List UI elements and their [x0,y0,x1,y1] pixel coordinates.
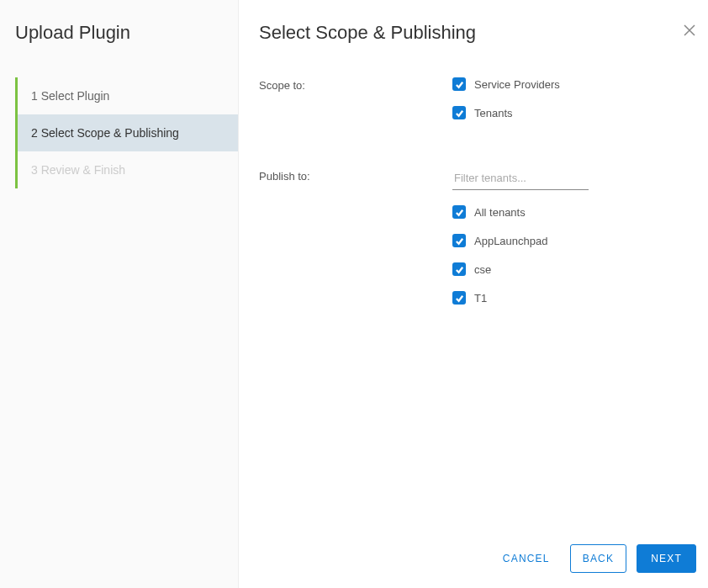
checkbox-label: AppLaunchpad [474,235,547,247]
checkbox-t1[interactable]: T1 [452,291,696,305]
next-button[interactable]: NEXT [637,544,696,573]
checkbox-label: All tenants [474,206,526,219]
step-label: 3 Review & Finish [31,163,125,177]
checkbox-applaunchpad[interactable]: AppLaunchpad [452,234,696,247]
step-label: 1 Select Plugin [31,89,109,103]
footer: CANCEL BACK NEXT [259,544,696,573]
sidebar-title: Upload Plugin [0,17,238,61]
sidebar: Upload Plugin 1 Select Plugin 2 Select S… [0,0,239,588]
scope-row: Scope to: Service Providers Tenants [259,77,696,135]
checkbox-all-tenants[interactable]: All tenants [452,205,696,219]
cancel-button[interactable]: CANCEL [491,545,560,572]
step-select-scope[interactable]: 2 Select Scope & Publishing [18,114,238,151]
scope-controls: Service Providers Tenants [452,77,696,135]
checkbox-icon [452,205,466,219]
step-select-plugin[interactable]: 1 Select Plugin [18,77,238,114]
checkbox-cse[interactable]: cse [452,262,696,276]
back-button[interactable]: BACK [570,544,626,573]
step-label: 2 Select Scope & Publishing [31,126,179,140]
checkbox-icon [452,106,466,119]
checkbox-label: Service Providers [474,78,560,91]
close-icon[interactable] [683,24,696,37]
checkbox-label: cse [474,263,491,276]
main-header: Select Scope & Publishing [259,17,696,44]
checkbox-tenants[interactable]: Tenants [452,106,696,119]
checkbox-icon [452,262,466,276]
page-title: Select Scope & Publishing [259,17,476,44]
main-panel: Select Scope & Publishing Scope to: Serv… [239,0,708,588]
filter-tenants-input[interactable] [452,168,589,190]
publish-controls: All tenants AppLaunchpad cse [452,168,696,320]
publish-label: Publish to: [259,168,452,183]
scope-label: Scope to: [259,77,452,92]
checkbox-icon [452,77,466,91]
checkbox-label: T1 [474,292,487,305]
publish-row: Publish to: All tenants AppLaunchpad [259,168,696,320]
checkbox-label: Tenants [474,107,513,119]
checkbox-icon [452,291,466,305]
wizard-steps: 1 Select Plugin 2 Select Scope & Publish… [15,77,238,188]
step-review-finish: 3 Review & Finish [18,151,238,188]
checkbox-service-providers[interactable]: Service Providers [452,77,696,91]
checkbox-icon [452,234,466,247]
form-area: Scope to: Service Providers Tenants Publ… [259,77,696,544]
